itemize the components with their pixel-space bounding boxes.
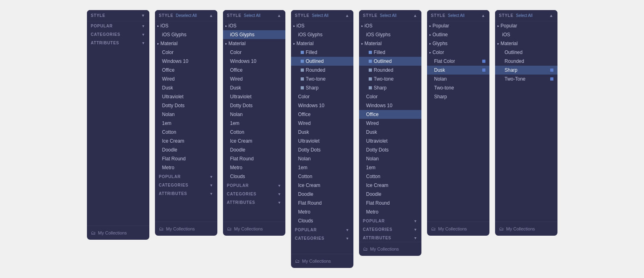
header-arrow[interactable]: ▲ bbox=[481, 13, 485, 18]
panel-footer[interactable]: 🗂My Collections bbox=[223, 222, 285, 236]
list-item[interactable]: Clouds bbox=[291, 216, 353, 225]
panel-footer[interactable]: 🗂My Collections bbox=[427, 222, 489, 236]
header-arrow[interactable]: ▲ bbox=[277, 13, 281, 18]
section-header[interactable]: POPULAR▼ bbox=[223, 181, 285, 189]
section-header[interactable]: ATTRIBUTES▼ bbox=[223, 198, 285, 206]
list-item[interactable]: Windows 10 bbox=[155, 57, 217, 66]
header-arrow[interactable]: ▲ bbox=[413, 13, 417, 18]
list-item[interactable]: iOS Glyphs bbox=[223, 30, 285, 39]
list-item[interactable]: Clouds bbox=[223, 172, 285, 181]
list-item[interactable]: Ultraviolet bbox=[359, 137, 421, 145]
list-item[interactable]: Two-tone bbox=[427, 83, 489, 92]
list-item[interactable]: Windows 10 bbox=[359, 101, 421, 110]
list-item[interactable]: Cotton bbox=[223, 128, 285, 137]
list-item[interactable]: ▸Material bbox=[291, 39, 353, 48]
section-header[interactable]: ATTRIBUTES▼ bbox=[87, 38, 149, 47]
header-arrow[interactable]: ▲ bbox=[345, 13, 349, 18]
list-item[interactable]: Sharp bbox=[427, 92, 489, 101]
header-action[interactable]: Select All bbox=[312, 13, 328, 18]
list-item[interactable]: Metro bbox=[359, 207, 421, 216]
list-item[interactable]: Ice Cream bbox=[359, 181, 421, 190]
list-item[interactable]: Ice Cream bbox=[155, 137, 217, 145]
list-item[interactable]: ▸Popular bbox=[495, 21, 557, 30]
list-item[interactable]: 1em bbox=[155, 119, 217, 128]
list-item[interactable]: Nolan bbox=[155, 110, 217, 119]
list-item[interactable]: Two-tone bbox=[291, 75, 353, 83]
header-arrow[interactable]: ▼ bbox=[141, 13, 145, 18]
list-item[interactable]: Cotton bbox=[155, 128, 217, 137]
list-item[interactable]: Two-tone bbox=[359, 75, 421, 83]
list-item[interactable]: Ultraviolet bbox=[223, 92, 285, 101]
list-item[interactable]: ▸Material bbox=[359, 39, 421, 48]
list-item[interactable]: Sharp bbox=[495, 66, 557, 75]
list-item[interactable]: ▸iOS bbox=[291, 21, 353, 30]
list-item[interactable]: Sharp bbox=[359, 83, 421, 92]
list-item[interactable]: Doodle bbox=[155, 145, 217, 154]
list-item[interactable]: Color bbox=[359, 92, 421, 101]
panel-footer[interactable]: 🗂My Collections bbox=[291, 254, 353, 268]
list-item[interactable]: Nolan bbox=[359, 154, 421, 163]
list-item[interactable]: Dusk bbox=[427, 66, 489, 75]
list-item[interactable]: ▸Glyphs bbox=[427, 39, 489, 48]
header-action[interactable]: Select All bbox=[448, 13, 464, 18]
section-header[interactable]: POPULAR▼ bbox=[155, 172, 217, 180]
list-item[interactable]: ▸iOS bbox=[359, 21, 421, 30]
list-item[interactable]: 1em bbox=[291, 163, 353, 172]
list-item[interactable]: Metro bbox=[223, 163, 285, 172]
section-header[interactable]: CATEGORIES▼ bbox=[223, 189, 285, 198]
list-item[interactable]: Flat Round bbox=[291, 199, 353, 207]
list-item[interactable]: Dotty Dots bbox=[359, 145, 421, 154]
list-item[interactable]: Windows 10 bbox=[291, 101, 353, 110]
list-item[interactable]: ▸Material bbox=[495, 39, 557, 48]
list-item[interactable]: Ultraviolet bbox=[291, 137, 353, 145]
list-item[interactable]: Wired bbox=[223, 75, 285, 83]
list-item[interactable]: Outlined bbox=[495, 48, 557, 57]
list-item[interactable]: Dotty Dots bbox=[155, 101, 217, 110]
section-header[interactable]: POPULAR▼ bbox=[87, 21, 149, 30]
list-item[interactable]: Windows 10 bbox=[223, 57, 285, 66]
list-item[interactable]: Filled bbox=[291, 48, 353, 57]
list-item[interactable]: Wired bbox=[155, 75, 217, 83]
list-item[interactable]: Rounded bbox=[359, 66, 421, 75]
list-item[interactable]: Doodle bbox=[291, 190, 353, 199]
list-item[interactable]: Flat Round bbox=[223, 154, 285, 163]
list-item[interactable]: Nolan bbox=[291, 154, 353, 163]
list-item[interactable]: ▸Popular bbox=[427, 21, 489, 30]
list-item[interactable]: Flat Round bbox=[155, 154, 217, 163]
list-item[interactable]: Office bbox=[291, 110, 353, 119]
list-item[interactable]: Cotton bbox=[359, 172, 421, 181]
list-item[interactable]: Cotton bbox=[291, 172, 353, 181]
list-item[interactable]: Office bbox=[155, 66, 217, 75]
section-header[interactable]: CATEGORIES▼ bbox=[87, 30, 149, 38]
list-item[interactable]: Sharp bbox=[291, 83, 353, 92]
panel-footer[interactable]: 🗂My Collections bbox=[87, 226, 149, 240]
list-item[interactable]: Dotty Dots bbox=[223, 101, 285, 110]
header-arrow[interactable]: ▲ bbox=[209, 13, 213, 18]
list-item[interactable]: Metro bbox=[155, 163, 217, 172]
list-item[interactable]: ▸Outline bbox=[427, 30, 489, 39]
list-item[interactable]: Flat Round bbox=[359, 199, 421, 207]
list-item[interactable]: iOS Glyphs bbox=[291, 30, 353, 39]
list-item[interactable]: iOS bbox=[495, 30, 557, 39]
header-action[interactable]: Select All bbox=[380, 13, 396, 18]
section-header[interactable]: CATEGORIES▼ bbox=[155, 180, 217, 189]
list-item[interactable]: Color bbox=[291, 92, 353, 101]
list-item[interactable]: ▸iOS bbox=[155, 21, 217, 30]
list-item[interactable]: Color bbox=[223, 48, 285, 57]
panel-footer[interactable]: 🗂My Collections bbox=[495, 222, 557, 236]
list-item[interactable]: Dusk bbox=[155, 83, 217, 92]
list-item[interactable]: Rounded bbox=[495, 57, 557, 66]
list-item[interactable]: Wired bbox=[291, 119, 353, 128]
panel-footer[interactable]: 🗂My Collections bbox=[359, 242, 421, 256]
list-item[interactable]: Filled bbox=[359, 48, 421, 57]
list-item[interactable]: Rounded bbox=[291, 66, 353, 75]
list-item[interactable]: ▸Material bbox=[223, 39, 285, 48]
list-item[interactable]: Ice Cream bbox=[223, 137, 285, 145]
section-header[interactable]: POPULAR▼ bbox=[291, 225, 353, 234]
list-item[interactable]: Nolan bbox=[223, 110, 285, 119]
list-item[interactable]: Office bbox=[359, 110, 421, 119]
list-item[interactable]: Ice Cream bbox=[291, 181, 353, 190]
list-item[interactable]: Dusk bbox=[359, 128, 421, 137]
list-item[interactable]: Ultraviolet bbox=[155, 92, 217, 101]
list-item[interactable]: Nolan bbox=[427, 75, 489, 83]
